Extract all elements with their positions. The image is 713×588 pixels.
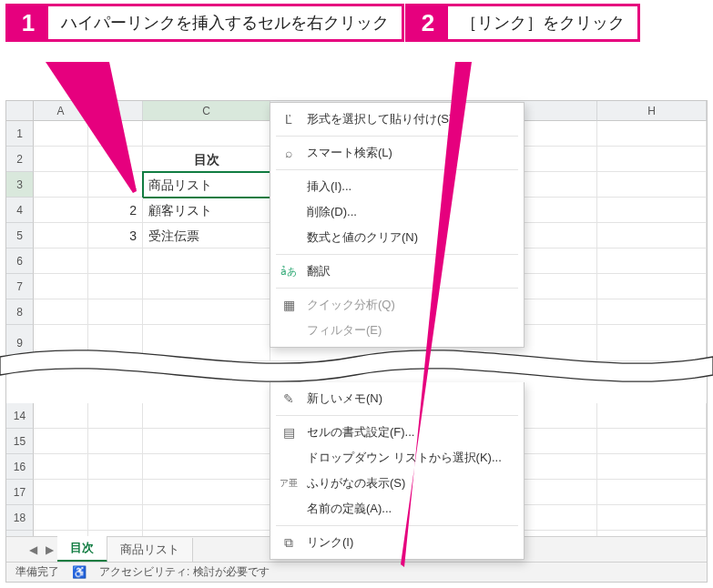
cell-B7[interactable] bbox=[88, 274, 143, 299]
col-header-A[interactable]: A bbox=[34, 101, 88, 121]
menu-filter-partial[interactable]: フィルター(E) bbox=[270, 318, 524, 343]
cell-H4[interactable] bbox=[597, 198, 707, 223]
row-header-1[interactable]: 1 bbox=[6, 121, 34, 147]
cell-H5[interactable] bbox=[597, 223, 707, 248]
cell-B2[interactable] bbox=[88, 147, 143, 172]
cell-H15[interactable] bbox=[597, 429, 707, 454]
menu-show-furigana[interactable]: ア亜 ふりがなの表示(S) bbox=[270, 471, 524, 496]
cell-A14[interactable] bbox=[34, 403, 88, 429]
cell-A3[interactable] bbox=[34, 172, 88, 198]
cell-C15[interactable] bbox=[143, 429, 270, 454]
cell-B1[interactable] bbox=[88, 121, 143, 147]
row-header-2[interactable]: 2 bbox=[6, 147, 34, 172]
select-all-corner[interactable] bbox=[6, 101, 34, 121]
menu-filter-partial-label: フィルター(E) bbox=[307, 322, 511, 339]
search-icon: ⌕ bbox=[280, 146, 298, 160]
cell-B17[interactable] bbox=[88, 480, 143, 505]
menu-delete[interactable]: 削除(D)... bbox=[270, 199, 524, 225]
row-header-15[interactable]: 15 bbox=[6, 429, 34, 454]
cell-A6[interactable] bbox=[34, 248, 88, 274]
menu-separator bbox=[276, 415, 518, 416]
cell-C17[interactable] bbox=[143, 480, 270, 505]
cell-A5[interactable] bbox=[34, 223, 88, 248]
cell-A4[interactable] bbox=[34, 198, 88, 223]
cell-B16[interactable] bbox=[88, 454, 143, 480]
row-header-3[interactable]: 3 bbox=[6, 172, 34, 198]
cell-B9[interactable] bbox=[88, 325, 143, 361]
callout-1: 1 ハイパーリンクを挿入するセルを右クリック bbox=[5, 4, 404, 42]
row-header-4[interactable]: 4 bbox=[6, 198, 34, 223]
cell-H6[interactable] bbox=[597, 248, 707, 274]
menu-link[interactable]: ⧉ リンク(I) bbox=[270, 530, 524, 555]
row-header-7[interactable]: 7 bbox=[6, 274, 34, 299]
menu-clear[interactable]: 数式と値のクリア(N) bbox=[270, 225, 524, 250]
sheet-tab-active[interactable]: 目次 bbox=[57, 536, 107, 563]
cell-H18[interactable] bbox=[597, 505, 707, 531]
cell-H17[interactable] bbox=[597, 480, 707, 505]
cell-H14[interactable] bbox=[597, 403, 707, 429]
cell-H7[interactable] bbox=[597, 274, 707, 299]
cell-A9[interactable] bbox=[34, 325, 88, 361]
sheet-tab-second[interactable]: 商品リスト bbox=[107, 538, 193, 562]
callout-1-text: ハイパーリンクを挿入するセルを右クリック bbox=[48, 6, 402, 39]
cell-C6[interactable] bbox=[143, 248, 270, 274]
row-header-14[interactable]: 14 bbox=[6, 403, 34, 429]
cell-A7[interactable] bbox=[34, 274, 88, 299]
cell-C14[interactable] bbox=[143, 403, 270, 429]
cell-H8[interactable] bbox=[597, 299, 707, 325]
cell-C3-selected[interactable]: 商品リスト bbox=[143, 172, 270, 198]
cell-C18[interactable] bbox=[143, 505, 270, 531]
cell-B3[interactable]: 1 bbox=[88, 172, 143, 198]
menu-format-cells[interactable]: ▤ セルの書式設定(F)... bbox=[270, 420, 524, 445]
tab-nav-next[interactable]: ▶ bbox=[41, 543, 57, 556]
menu-separator bbox=[276, 288, 518, 289]
menu-translate[interactable]: ảあ 翻訳 bbox=[270, 259, 524, 284]
cell-B14[interactable] bbox=[88, 403, 143, 429]
col-header-B[interactable]: B bbox=[88, 101, 143, 121]
cell-C2[interactable]: 目次 bbox=[143, 147, 270, 172]
row-header-18[interactable]: 18 bbox=[6, 505, 34, 531]
cell-A8[interactable] bbox=[34, 299, 88, 325]
cell-B8[interactable] bbox=[88, 299, 143, 325]
menu-define-name[interactable]: 名前の定義(A)... bbox=[270, 496, 524, 522]
cell-H2[interactable] bbox=[597, 147, 707, 172]
menu-smart-lookup[interactable]: ⌕ スマート検索(L) bbox=[270, 140, 524, 166]
cell-B4[interactable]: 2 bbox=[88, 198, 143, 223]
row-header-5[interactable]: 5 bbox=[6, 223, 34, 248]
row-header-17[interactable]: 17 bbox=[6, 480, 34, 505]
cell-A17[interactable] bbox=[34, 480, 88, 505]
cell-B5[interactable]: 3 bbox=[88, 223, 143, 248]
col-header-H[interactable]: H bbox=[597, 101, 707, 121]
row-header-8[interactable]: 8 bbox=[6, 299, 34, 325]
cell-A2[interactable] bbox=[34, 147, 88, 172]
cell-B15[interactable] bbox=[88, 429, 143, 454]
cell-B18[interactable] bbox=[88, 505, 143, 531]
cell-H16[interactable] bbox=[597, 454, 707, 480]
cell-A15[interactable] bbox=[34, 429, 88, 454]
cell-C16[interactable] bbox=[143, 454, 270, 480]
cell-C7[interactable] bbox=[143, 274, 270, 299]
cell-H9[interactable] bbox=[597, 325, 707, 361]
row-header-16[interactable]: 16 bbox=[6, 454, 34, 480]
menu-quick-analysis[interactable]: ▦ クイック分析(Q) bbox=[270, 292, 524, 318]
menu-smart-lookup-label: スマート検索(L) bbox=[307, 145, 511, 161]
cell-A1[interactable] bbox=[34, 121, 88, 147]
cell-A18[interactable] bbox=[34, 505, 88, 531]
cell-C1[interactable] bbox=[143, 121, 270, 147]
menu-insert[interactable]: 挿入(I)... bbox=[270, 174, 524, 199]
cell-C5[interactable]: 受注伝票 bbox=[143, 223, 270, 248]
cell-C8[interactable] bbox=[143, 299, 270, 325]
row-header-9[interactable]: 9 bbox=[6, 325, 34, 361]
cell-C4[interactable]: 顧客リスト bbox=[143, 198, 270, 223]
cell-H3[interactable] bbox=[597, 172, 707, 198]
menu-dropdown-pick[interactable]: ドロップダウン リストから選択(K)... bbox=[270, 445, 524, 471]
row-header-6[interactable]: 6 bbox=[6, 248, 34, 274]
tab-nav-prev[interactable]: ◀ bbox=[25, 543, 41, 556]
col-header-C[interactable]: C bbox=[143, 101, 270, 121]
cell-H1[interactable] bbox=[597, 121, 707, 147]
cell-A16[interactable] bbox=[34, 454, 88, 480]
cell-C9[interactable] bbox=[143, 325, 270, 361]
menu-new-note[interactable]: ✎ 新しいメモ(N) bbox=[270, 386, 524, 411]
cell-B6[interactable] bbox=[88, 248, 143, 274]
menu-paste-special[interactable]: Ľ 形式を選択して貼り付け(S)... bbox=[270, 106, 524, 132]
